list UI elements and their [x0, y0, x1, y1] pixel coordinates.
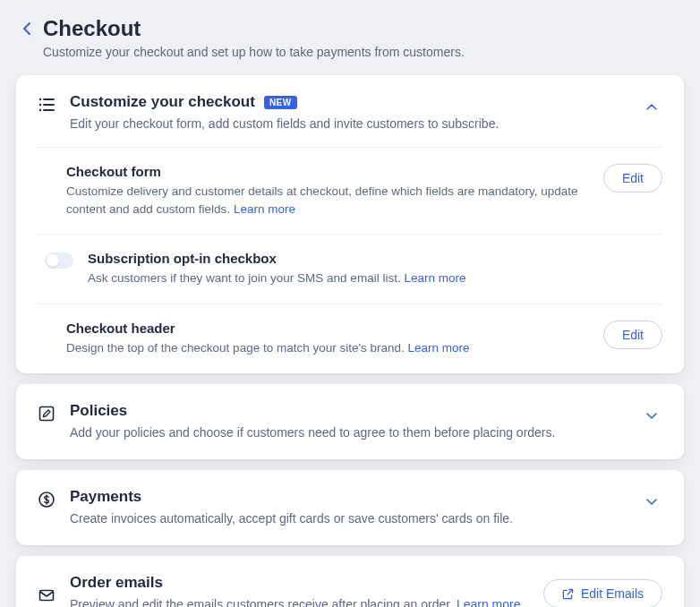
card-title: Customize your checkout: [70, 93, 255, 111]
row-subscription-optin: Subscription opt-in checkbox Ask custome…: [16, 235, 684, 304]
svg-point-2: [39, 109, 41, 111]
new-badge: NEW: [264, 96, 297, 109]
card-payments: Payments Create invoices automatically, …: [16, 470, 684, 545]
card-header-order-emails: Order emails Preview and edit the emails…: [16, 556, 684, 607]
svg-point-0: [39, 98, 41, 100]
card-header-policies[interactable]: Policies Add your policies and choose if…: [16, 384, 684, 459]
card-desc: Edit your checkout form, add custom fiel…: [70, 115, 627, 133]
svg-rect-3: [40, 406, 54, 420]
row-desc: Design the top of the checkout page to m…: [66, 339, 589, 357]
page-header: Checkout Customize your checkout and set…: [16, 16, 684, 59]
dollar-circle-icon: [38, 491, 55, 509]
external-link-icon: [562, 588, 574, 600]
edit-checkout-form-button[interactable]: Edit: [603, 164, 662, 192]
back-button[interactable]: [16, 18, 38, 39]
edit-checkout-header-button[interactable]: Edit: [603, 321, 662, 349]
chevron-left-icon: [23, 22, 30, 35]
card-title: Policies: [70, 402, 127, 420]
chevron-up-icon: [641, 97, 662, 118]
page-title: Checkout: [43, 16, 684, 41]
page-header-text: Checkout Customize your checkout and set…: [43, 16, 684, 59]
row-checkout-form: Checkout form Customize delivery and cus…: [16, 148, 684, 234]
subscription-toggle[interactable]: [45, 252, 73, 269]
learn-more-link[interactable]: Learn more: [457, 597, 521, 607]
card-header-customize[interactable]: Customize your checkout NEW Edit your ch…: [16, 75, 684, 147]
row-desc: Ask customers if they want to join your …: [88, 269, 662, 287]
mail-icon: [38, 586, 55, 604]
chevron-down-icon: [641, 492, 662, 513]
card-desc: Preview and edit the emails customers re…: [70, 595, 529, 607]
checkout-settings-page: Checkout Customize your checkout and set…: [0, 0, 700, 607]
card-customize-checkout: Customize your checkout NEW Edit your ch…: [16, 75, 684, 373]
page-subtitle: Customize your checkout and set up how t…: [43, 45, 684, 59]
card-policies: Policies Add your policies and choose if…: [16, 384, 684, 459]
card-title: Payments: [70, 488, 141, 506]
card-header-payments[interactable]: Payments Create invoices automatically, …: [16, 470, 684, 545]
card-desc: Create invoices automatically, accept gi…: [70, 509, 627, 527]
edit-note-icon: [38, 405, 55, 423]
card-order-emails: Order emails Preview and edit the emails…: [16, 556, 684, 607]
row-title: Checkout header: [66, 321, 589, 336]
row-title: Subscription opt-in checkbox: [88, 251, 662, 266]
chevron-down-icon: [641, 406, 662, 427]
row-checkout-header: Checkout header Design the top of the ch…: [16, 304, 684, 373]
list-icon: [38, 96, 55, 114]
learn-more-link[interactable]: Learn more: [404, 271, 465, 285]
svg-rect-5: [40, 590, 54, 600]
card-title: Order emails: [70, 574, 163, 592]
row-desc: Customize delivery and customer details …: [66, 183, 589, 218]
learn-more-link[interactable]: Learn more: [408, 341, 470, 355]
learn-more-link[interactable]: Learn more: [234, 202, 295, 216]
row-title: Checkout form: [66, 164, 589, 179]
edit-emails-button[interactable]: Edit Emails: [543, 579, 662, 607]
svg-point-1: [39, 104, 41, 106]
card-desc: Add your policies and choose if customer…: [70, 423, 627, 441]
